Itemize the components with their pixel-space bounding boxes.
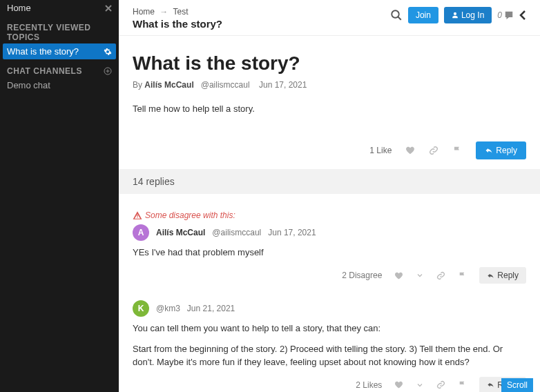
reply-date: Jun 21, 2021	[187, 304, 235, 313]
reply-handle[interactable]: @km3	[156, 304, 180, 313]
flag-icon[interactable]	[458, 380, 467, 389]
reply-author[interactable]: Ailís McCaul	[156, 228, 205, 237]
header-title: What is the story?	[133, 18, 222, 30]
reply-metric: 2 Likes	[356, 380, 382, 390]
login-button[interactable]: Log In	[444, 7, 492, 23]
add-channel-icon[interactable]	[104, 67, 112, 75]
flag-icon[interactable]	[452, 146, 462, 155]
sidebar: Home RECENTLY VIEWED TOPICS What is the …	[0, 0, 119, 392]
sidebar-item-chat-0[interactable]: Demo chat	[0, 77, 119, 93]
reply-handle[interactable]: @ailismccaul	[212, 228, 261, 237]
reply-metric: 2 Disagree	[342, 271, 382, 280]
crumb-test[interactable]: Test	[173, 7, 188, 17]
heart-icon[interactable]	[394, 271, 403, 280]
link-icon[interactable]	[436, 271, 445, 280]
recent-heading: RECENTLY VIEWED TOPICS	[7, 23, 112, 42]
post-byline: By Ailís McCaul @ailismccaul Jun 17, 202…	[133, 80, 526, 90]
link-icon[interactable]	[436, 380, 445, 389]
avatar[interactable]: K	[133, 300, 149, 317]
sidebar-item-recent-0[interactable]: What is the story?	[3, 43, 116, 59]
flag-note: Some disagree with this:	[133, 210, 526, 220]
reply-body: You can tell them you want to help to te…	[133, 322, 526, 335]
chat-heading: CHAT CHANNELS	[7, 66, 82, 76]
replies-bar: 14 replies	[119, 169, 540, 194]
avatar[interactable]: A	[133, 224, 149, 241]
reply-button[interactable]: Reply	[476, 141, 526, 159]
comment-count[interactable]: 0	[497, 10, 514, 20]
reply-body: YEs I've had that problem myself	[133, 246, 526, 259]
join-button[interactable]: Join	[408, 7, 438, 23]
arrow-icon: →	[160, 7, 168, 17]
post-title: What is the story?	[133, 52, 526, 75]
svg-point-1	[392, 10, 399, 18]
reply-date: Jun 17, 2021	[268, 228, 316, 237]
nav-home[interactable]: Home	[7, 3, 31, 13]
chevron-down-icon[interactable]	[416, 381, 424, 389]
main: Home → Test What is the story? Join Log …	[119, 0, 540, 392]
post-body: Tell me how to help tell a story.	[133, 104, 526, 114]
search-icon[interactable]	[390, 9, 403, 21]
crumb-home[interactable]: Home	[133, 7, 155, 17]
chevron-down-icon[interactable]	[416, 271, 424, 280]
close-icon[interactable]	[105, 5, 112, 12]
heart-icon[interactable]	[394, 380, 403, 389]
reply-body: Start from the beginning of the story. 2…	[133, 343, 526, 368]
likes-count: 1 Like	[369, 146, 392, 155]
breadcrumb: Home → Test	[133, 7, 222, 17]
link-icon[interactable]	[429, 146, 438, 155]
reply-button[interactable]: Reply	[479, 267, 526, 284]
reply-item: K @km3 Jun 21, 2021 You can tell them yo…	[133, 300, 526, 392]
reply-item: Some disagree with this: A Ailís McCaul …	[133, 210, 526, 284]
chevron-left-icon[interactable]	[519, 10, 526, 20]
heart-icon[interactable]	[405, 146, 415, 155]
flag-icon[interactable]	[458, 271, 467, 280]
scroll-button[interactable]: Scroll	[501, 378, 533, 392]
gear-icon[interactable]	[104, 48, 112, 56]
